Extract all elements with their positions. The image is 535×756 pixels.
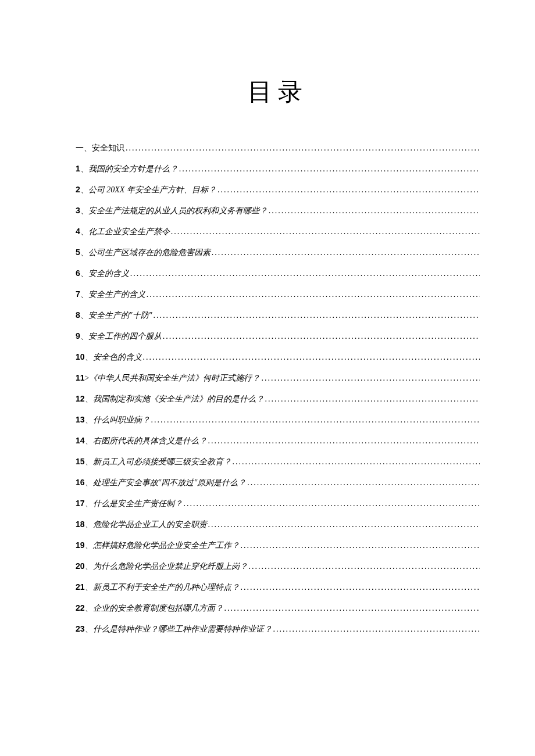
toc-item-number: 17 [76, 499, 85, 508]
toc-item-number: 1 [76, 164, 80, 173]
toc-item-separator: 、 [85, 519, 93, 530]
toc-item-separator: 、 [80, 206, 88, 216]
toc-item: 17 、 什么是安全生产责任制？ [76, 499, 480, 509]
toc-item-number: 4 [76, 227, 80, 236]
toc-leader-dots [126, 144, 480, 153]
toc-item-number: 19 [76, 540, 85, 550]
toc-leader-dots [171, 227, 480, 237]
toc-item-separator: 、 [85, 352, 93, 363]
toc-item: 16 、 处理生产安全事故"四不放过"原则是什么？ [76, 478, 480, 488]
toc-item: 13 、 什么叫职业病？ [76, 415, 480, 425]
toc-section-num: 一、 [76, 143, 92, 153]
toc-item-separator: 、 [85, 457, 93, 467]
toc-item-separator: 、 [85, 582, 93, 593]
toc-item-label: 安全生产法规定的从业人员的权利和义务有哪些？ [88, 206, 268, 216]
toc-item-separator: 、 [80, 289, 88, 300]
toc-item: 14 、 右图所代表的具体含义是什么？ [76, 436, 480, 446]
toc-item-number: 10 [76, 352, 85, 361]
toc-item: 19 、 怎样搞好危险化学品企业安全生产工作？ [76, 540, 480, 551]
toc-leader-dots [241, 541, 480, 550]
toc-item-separator: 、 [85, 436, 93, 446]
toc-item-separator: 、 [80, 227, 88, 237]
toc-item-number: 5 [76, 248, 80, 257]
toc-item-separator: 、 [80, 268, 88, 279]
toc-item-separator: 、 [85, 561, 93, 572]
toc-item: 20 、 为什么危险化学品企业禁止穿化纤服上岗？ [76, 561, 480, 572]
table-of-contents: 一、 安全知识 1 、 我国的安全方针是什么？ 2 、 公司 20XX 年安全生… [76, 143, 480, 635]
toc-item-label: 企业的安全教育制度包括哪几方面？ [93, 603, 223, 614]
toc-item-number: 23 [76, 624, 85, 633]
toc-item-label: 安全生产的"十防" [88, 310, 152, 321]
toc-leader-dots [184, 499, 480, 508]
toc-item-separator: 、 [80, 248, 88, 258]
toc-item: 4 、 化工企业安全生产禁令 [76, 227, 480, 237]
toc-leader-dots [151, 415, 480, 425]
toc-leader-dots [212, 248, 480, 257]
toc-item: 21 、 新员工不利于安全生产的几种心理特点？ [76, 582, 480, 593]
toc-item: 11 > 《中华人民共和国安全生产法》何时正式施行？ [76, 373, 480, 384]
toc-item-number: 20 [76, 561, 85, 571]
toc-leader-dots [217, 185, 480, 195]
toc-item: 3 、 安全生产法规定的从业人员的权利和义务有哪些？ [76, 206, 480, 216]
toc-leader-dots [208, 436, 480, 446]
toc-item: 5 、 公司生产区域存在的危险危害因素 [76, 248, 480, 258]
toc-leader-dots [208, 520, 480, 529]
toc-item-number: 15 [76, 457, 85, 466]
toc-item-number: 12 [76, 394, 85, 403]
toc-leader-dots [147, 290, 480, 299]
toc-item-label: 什么叫职业病？ [93, 415, 150, 425]
toc-leader-dots [143, 353, 480, 362]
toc-leader-dots [224, 604, 480, 613]
toc-item-label: 安全色的含义 [93, 352, 142, 363]
toc-leader-dots [154, 311, 480, 320]
toc-item-number: 2 [76, 185, 80, 194]
toc-item: 23 、 什么是特种作业？哪些工种作业需要特种作业证？ [76, 624, 480, 635]
toc-leader-dots [179, 164, 480, 174]
toc-leader-dots [247, 478, 480, 488]
toc-item: 10 、 安全色的含义 [76, 352, 480, 363]
toc-item-label: 处理生产安全事故"四不放过"原则是什么？ [93, 478, 247, 488]
toc-item-label: 为什么危险化学品企业禁止穿化纤服上岗？ [93, 561, 248, 572]
toc-item-number: 13 [76, 415, 85, 424]
toc-leader-dots [273, 625, 480, 634]
toc-item-label: 我国的安全方针是什么？ [88, 164, 178, 174]
toc-item-label: 我国制定和实施《安全生产法》的目的是什么？ [93, 394, 264, 404]
toc-item-label: 公司生产区域存在的危险危害因素 [88, 248, 211, 258]
toc-item-separator: 、 [85, 415, 93, 425]
toc-item: 7 、 安全生产的含义 [76, 289, 480, 300]
toc-item-separator: 、 [80, 164, 88, 174]
toc-item-label: 安全的含义 [88, 268, 129, 279]
toc-item-separator: 、 [85, 624, 93, 635]
toc-item: 15 、 新员工入司必须接受哪三级安全教育？ [76, 457, 480, 467]
toc-section-label: 安全知识 [92, 143, 124, 153]
toc-item-label: 化工企业安全生产禁令 [88, 227, 170, 237]
toc-item-number: 11 [76, 373, 85, 382]
toc-item-label: 《中华人民共和国安全生产法》何时正式施行？ [89, 373, 260, 384]
toc-item-label: 怎样搞好危险化学品企业安全生产工作？ [93, 540, 240, 551]
toc-item: 6 、 安全的含义 [76, 268, 480, 279]
toc-item-number: 3 [76, 206, 80, 215]
toc-leader-dots [261, 374, 480, 383]
toc-item-label: 右图所代表的具体含义是什么？ [93, 436, 207, 446]
toc-item-separator: 、 [80, 185, 88, 195]
toc-item-label: 什么是特种作业？哪些工种作业需要特种作业证？ [93, 624, 272, 635]
toc-item: 9 、 安全工作的四个服从 [76, 331, 480, 342]
toc-leader-dots [233, 457, 480, 467]
toc-item: 8 、 安全生产的"十防" [76, 310, 480, 321]
toc-item-label: 安全工作的四个服从 [88, 331, 162, 342]
toc-leader-dots [269, 206, 480, 216]
toc-item-number: 7 [76, 289, 80, 299]
toc-item-number: 8 [76, 310, 80, 320]
toc-item-separator: 、 [85, 540, 93, 551]
toc-item-number: 9 [76, 331, 80, 341]
toc-leader-dots [241, 583, 480, 592]
toc-item-label: 什么是安全生产责任制？ [93, 499, 183, 509]
toc-item: 2 、 公司 20XX 年安全生产方针、目标？ [76, 185, 480, 195]
toc-leader-dots [130, 269, 480, 278]
page-title: 目录 [76, 76, 480, 108]
toc-item-label: 新员工不利于安全生产的几种心理特点？ [93, 582, 240, 593]
toc-leader-dots [249, 562, 480, 571]
toc-item-label: 安全生产的含义 [88, 289, 145, 300]
toc-item-number: 21 [76, 582, 85, 592]
toc-leader-dots [265, 395, 480, 404]
